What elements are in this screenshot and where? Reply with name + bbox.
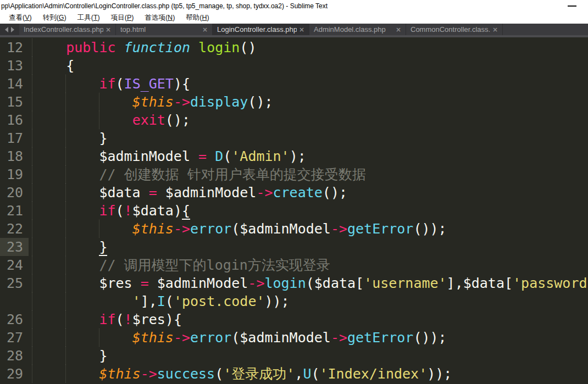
- code-row[interactable]: 23 }: [0, 238, 588, 256]
- code-row[interactable]: 25 $res = $adminModel->login($data['user…: [0, 274, 588, 292]
- code-token: ));: [427, 366, 452, 382]
- code-area[interactable]: 12 public function login()13 {14 if(IS_G…: [0, 37, 588, 384]
- code-token: login: [264, 275, 306, 291]
- code-token: ());: [413, 221, 446, 237]
- code-token: ($adminModel: [231, 330, 331, 346]
- indent-guide-icon: [32, 220, 32, 238]
- close-icon[interactable]: ×: [492, 26, 498, 34]
- indent-guide-icon: [65, 165, 66, 183]
- indent-guide-icon: [65, 220, 66, 238]
- line-number: 12: [0, 38, 29, 57]
- indent-guide-icon: [32, 329, 32, 347]
- line-number: 25: [0, 274, 29, 292]
- tab-AdminModel.class.php[interactable]: AdminModel.class.php×: [309, 24, 406, 35]
- menu-item-p[interactable]: 项目(P): [106, 13, 140, 23]
- tab-label: AdminModel.class.php: [314, 25, 393, 34]
- code-token: $this: [99, 366, 140, 382]
- code-row[interactable]: '],I('post.code'));: [0, 292, 588, 310]
- indent-guide-icon: [32, 147, 32, 165]
- line-number: 14: [0, 75, 29, 93]
- indent-guide-icon: [99, 329, 99, 347]
- code-token: (: [215, 366, 223, 382]
- code-token: ->: [141, 366, 157, 382]
- title-bar: pp\Application\Admin\Controller\LoginCon…: [0, 0, 588, 12]
- tab-CommonController.class.php[interactable]: CommonController.class.php×: [406, 24, 503, 35]
- code-line: $this->error($adminModel->getError());: [29, 329, 588, 347]
- menu-bar: 查看(V)转到(G)工具(T)项目(P)首选项(N)帮助(H): [0, 12, 588, 24]
- indent-guide-icon: [32, 129, 32, 147]
- tab-LoginController.class.php[interactable]: LoginController.class.php×: [213, 24, 309, 35]
- indent-guide-icon: [32, 256, 32, 274]
- code-token: $adminModel: [157, 185, 257, 201]
- code-token: 'post.code': [174, 293, 265, 309]
- tab-IndexController.class.php[interactable]: IndexController.class.php×: [19, 24, 116, 35]
- indent-guide-icon: [65, 111, 66, 129]
- line-number: 29: [0, 365, 29, 383]
- code-row[interactable]: 20 $data = $adminModel->create();: [0, 183, 588, 202]
- code-token: $this: [132, 330, 174, 346]
- code-row[interactable]: 27 $this->error($adminModel->getError())…: [0, 329, 588, 347]
- line-number: 13: [0, 57, 29, 75]
- menu-item-h[interactable]: 帮助(H): [180, 13, 214, 23]
- code-line: exit();: [29, 111, 588, 129]
- tab-scroll-left-icon[interactable]: [5, 27, 8, 32]
- code-token: );: [290, 148, 306, 164]
- code-token: !: [124, 203, 132, 219]
- code-token: $data): [132, 203, 182, 219]
- code-row[interactable]: 29 $this->success('登录成功',U('Index/index'…: [0, 365, 588, 383]
- close-icon[interactable]: ×: [299, 26, 304, 34]
- code-row[interactable]: 18 $adminModel = D('Admin');: [0, 147, 588, 165]
- code-token: $data: [33, 185, 149, 201]
- indent-guide-icon: [65, 129, 66, 147]
- code-token: success: [157, 366, 215, 382]
- code-row[interactable]: 17 }: [0, 129, 588, 147]
- code-row[interactable]: 26 if(!$res){: [0, 310, 588, 329]
- code-line: $adminModel = D('Admin');: [29, 147, 588, 165]
- code-row[interactable]: 14 if(IS_GET){: [0, 75, 588, 93]
- tab-top.html[interactable]: top.html×: [116, 24, 213, 35]
- code-token: // 调用模型下的login方法实现登录: [99, 257, 330, 273]
- code-line: }: [29, 238, 588, 256]
- code-line: {: [29, 57, 588, 75]
- code-token: ());: [413, 330, 446, 346]
- code-token: [33, 203, 99, 219]
- code-token: [33, 112, 132, 128]
- indent-guide-icon: [65, 147, 66, 165]
- tab-bar: IndexController.class.php×top.html×Login…: [0, 24, 588, 35]
- minimize-button[interactable]: [563, 0, 581, 12]
- close-icon[interactable]: ×: [106, 26, 111, 34]
- line-number: 21: [0, 202, 29, 220]
- code-row[interactable]: 13 {: [0, 57, 588, 75]
- code-token: }: [99, 239, 107, 256]
- code-token: $this: [132, 94, 174, 110]
- indent-guide-icon: [99, 220, 99, 238]
- indent-guide-icon: [65, 93, 66, 111]
- indent-guide-icon: [65, 329, 66, 347]
- indent-guide-icon: [32, 183, 32, 202]
- close-icon[interactable]: ×: [396, 26, 401, 34]
- code-token: $this: [132, 221, 174, 237]
- code-row[interactable]: 19 // 创建数据 针对用户表单的提交接受数据: [0, 165, 588, 183]
- menu-item-t[interactable]: 工具(T): [72, 13, 106, 23]
- menu-item-n[interactable]: 首选项(N): [139, 13, 180, 23]
- code-row[interactable]: 28 }: [0, 347, 588, 365]
- code-token: ->: [174, 330, 190, 346]
- menu-item-v[interactable]: 查看(V): [3, 13, 37, 23]
- code-token: ->: [174, 221, 190, 237]
- line-number: 17: [0, 129, 29, 147]
- code-row[interactable]: 12 public function login(): [0, 38, 588, 57]
- tab-scroll-right-icon[interactable]: [11, 27, 14, 32]
- code-token: [116, 40, 124, 55]
- line-number: 23: [0, 238, 29, 256]
- code-token: =: [198, 148, 207, 164]
- indent-guide-icon: [65, 202, 66, 220]
- code-row[interactable]: 15 $this->display();: [0, 93, 588, 111]
- code-row[interactable]: 21 if(!$data){: [0, 202, 588, 220]
- code-line: // 创建数据 针对用户表单的提交接受数据: [29, 165, 588, 183]
- code-row[interactable]: 16 exit();: [0, 111, 588, 129]
- menu-item-g[interactable]: 转到(G): [37, 13, 72, 23]
- code-row[interactable]: 24 // 调用模型下的login方法实现登录: [0, 256, 588, 274]
- close-icon[interactable]: ×: [202, 26, 208, 34]
- tab-label: CommonController.class.php: [411, 25, 490, 34]
- code-row[interactable]: 22 $this->error($adminModel->getError())…: [0, 220, 588, 238]
